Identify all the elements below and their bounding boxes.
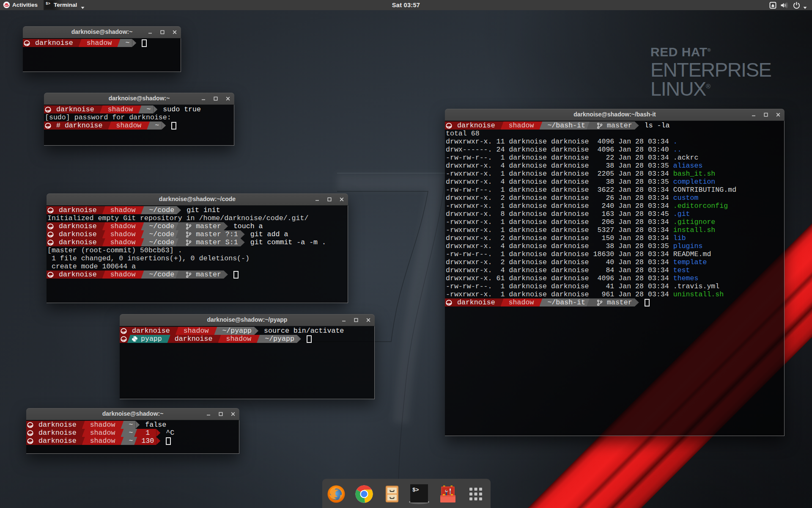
svg-text:$>: $> xyxy=(412,487,419,493)
